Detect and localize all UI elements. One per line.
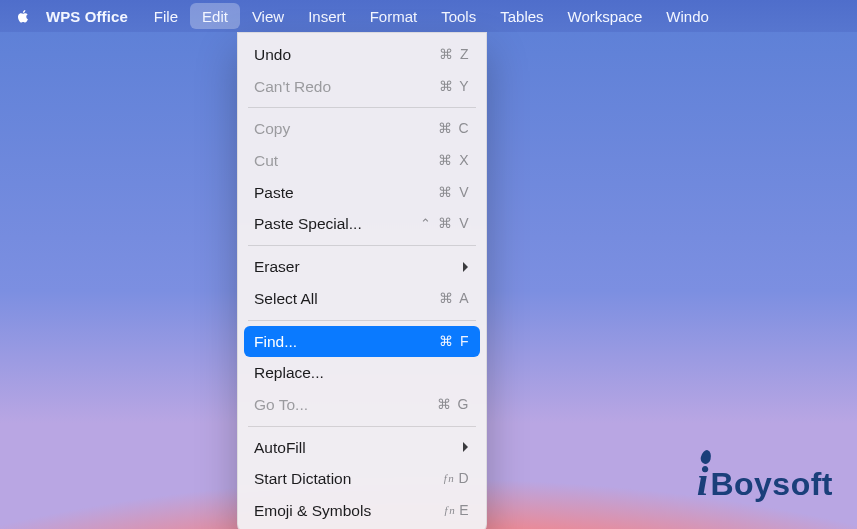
menu-item-label: Emoji & Symbols (254, 500, 371, 522)
chevron-right-icon (462, 261, 470, 273)
menu-item-label: Undo (254, 44, 291, 66)
menu-item-cant-redo: Can't Redo ⌘ Y (244, 71, 480, 103)
menu-item-start-dictation[interactable]: Start Dictation fnD (244, 463, 480, 495)
menu-item-label: Find... (254, 331, 297, 353)
menu-file[interactable]: File (142, 3, 190, 29)
shortcut: ⌘ G (437, 395, 470, 415)
menu-item-paste-special[interactable]: Paste Special... ⌃ ⌘ V (244, 208, 480, 240)
menu-item-emoji-symbols[interactable]: Emoji & Symbols fnE (244, 495, 480, 527)
menu-item-label: AutoFill (254, 437, 306, 459)
menu-tools[interactable]: Tools (429, 3, 488, 29)
shortcut: ⌘ C (438, 119, 471, 139)
menubar-menus: File Edit View Insert Format Tools Table… (142, 0, 721, 32)
menu-view[interactable]: View (240, 3, 296, 29)
menu-item-label: Copy (254, 118, 290, 140)
shortcut: ⌘ A (439, 289, 470, 309)
menu-item-label: Paste Special... (254, 213, 362, 235)
shortcut: fnE (445, 501, 470, 521)
menu-item-autofill[interactable]: AutoFill (244, 432, 480, 464)
menu-item-label: Select All (254, 288, 318, 310)
menu-separator (248, 107, 476, 108)
menu-item-copy: Copy ⌘ C (244, 113, 480, 145)
menu-item-label: Can't Redo (254, 76, 331, 98)
menu-item-label: Go To... (254, 394, 308, 416)
menu-item-label: Replace... (254, 362, 324, 384)
menu-item-paste[interactable]: Paste ⌘ V (244, 177, 480, 209)
menu-separator (248, 320, 476, 321)
shortcut: ⌘ Y (439, 77, 470, 97)
shortcut: ⌘ X (438, 151, 470, 171)
menu-item-cut: Cut ⌘ X (244, 145, 480, 177)
menu-format[interactable]: Format (358, 3, 430, 29)
menu-item-eraser[interactable]: Eraser (244, 251, 480, 283)
menu-item-replace[interactable]: Replace... (244, 357, 480, 389)
menu-separator (248, 426, 476, 427)
chevron-right-icon (462, 441, 470, 453)
menu-workspace[interactable]: Workspace (556, 3, 655, 29)
menu-item-label: Cut (254, 150, 278, 172)
menu-item-go-to: Go To... ⌘ G (244, 389, 480, 421)
menu-window[interactable]: Windo (654, 3, 721, 29)
menu-separator (248, 245, 476, 246)
menu-insert[interactable]: Insert (296, 3, 358, 29)
shortcut: ⌘ Z (439, 45, 470, 65)
menu-item-undo[interactable]: Undo ⌘ Z (244, 39, 480, 71)
menu-edit[interactable]: Edit (190, 3, 240, 29)
menu-item-label: Start Dictation (254, 468, 351, 490)
shortcut: ⌃ ⌘ V (420, 214, 470, 234)
menu-item-select-all[interactable]: Select All ⌘ A (244, 283, 480, 315)
menu-item-find[interactable]: Find... ⌘ F (244, 326, 480, 358)
menubar: WPS Office File Edit View Insert Format … (0, 0, 857, 32)
menu-tables[interactable]: Tables (488, 3, 555, 29)
shortcut: ⌘ F (439, 332, 470, 352)
watermark-text: Boysoft (710, 466, 833, 503)
watermark-iboysoft: i Boysoft (697, 457, 833, 505)
menu-item-label: Eraser (254, 256, 300, 278)
shortcut: fnD (444, 469, 470, 489)
watermark-i: i (697, 457, 709, 505)
edit-menu-dropdown: Undo ⌘ Z Can't Redo ⌘ Y Copy ⌘ C Cut ⌘ X… (237, 32, 487, 529)
app-name[interactable]: WPS Office (46, 8, 128, 25)
menu-item-label: Paste (254, 182, 294, 204)
shortcut: ⌘ V (438, 183, 470, 203)
apple-logo-icon[interactable] (14, 7, 32, 25)
